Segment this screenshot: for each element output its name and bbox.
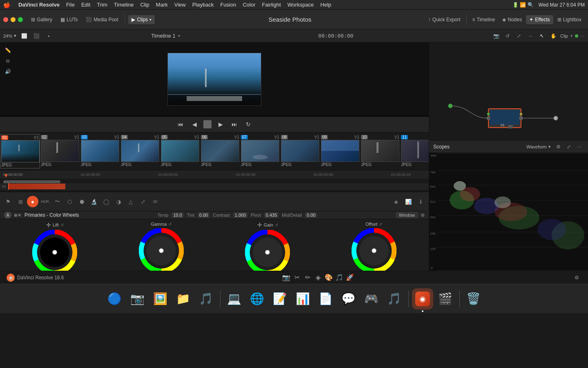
fairlight-workspace-icon[interactable]: 🎵 [335, 273, 344, 282]
media-pool-button[interactable]: ⬛ Media Pool [82, 15, 121, 24]
menu-fairlight[interactable]: Fairlight [262, 2, 281, 8]
dock-finder[interactable]: 🔵 [104, 288, 125, 310]
list-item[interactable]: 07 V1 JPEG [240, 134, 280, 168]
settings-icon[interactable]: ⚙ [572, 273, 581, 282]
minimize-button[interactable] [11, 17, 16, 22]
list-item[interactable]: 11 V1 JPEG [400, 134, 429, 168]
scopes-type-selector[interactable]: Waveform ▾ [526, 144, 550, 149]
brush-icon[interactable]: ✏️ [3, 46, 12, 55]
timeline-name[interactable]: Timeline 1 [151, 33, 175, 39]
dock-gallery[interactable]: 🖼️ [150, 288, 171, 310]
color-tool-tracker[interactable]: ◑ [113, 196, 124, 207]
dock-slack[interactable]: 💬 [338, 288, 359, 310]
menu-mark[interactable]: Mark [156, 2, 168, 8]
scopes-more-icon[interactable]: ··· [575, 142, 584, 151]
lift-reset-icon[interactable]: ↺ [60, 223, 64, 227]
menu-view[interactable]: View [174, 2, 186, 8]
quick-export-button[interactable]: ↑ Quick Export [425, 15, 464, 24]
gamma-wheel[interactable] [139, 228, 184, 271]
nodes-button[interactable]: ◈ Nodes [499, 15, 525, 24]
skip-to-end-button[interactable]: ⏭ [229, 119, 239, 129]
auto-button[interactable]: A [4, 211, 11, 219]
lightbox-button[interactable]: ⊞ Lightbox [554, 15, 585, 24]
lift-wheel[interactable] [32, 230, 77, 271]
dock-quicktime[interactable]: 🎬 [435, 288, 456, 310]
dock-files[interactable]: 📁 [173, 288, 194, 310]
app-name-menu[interactable]: DaVinci Resolve [18, 2, 60, 8]
layer-icon[interactable]: ⊖ [3, 56, 12, 65]
hand-icon[interactable]: ✋ [549, 31, 558, 40]
fullscreen-icon[interactable]: ⤢ [514, 31, 523, 40]
fusion-workspace-icon[interactable]: ◈ [314, 273, 323, 282]
menu-fusion[interactable]: Fusion [220, 2, 236, 8]
pivot-value[interactable]: 0.435 [264, 212, 279, 218]
effects-button[interactable]: ✦ Effects [526, 15, 553, 24]
dock-discord[interactable]: 🎮 [361, 288, 382, 310]
view-mode-3[interactable]: ▪ [44, 31, 53, 40]
stop-button[interactable] [203, 120, 212, 128]
offset-wheel[interactable] [352, 228, 396, 271]
list-item[interactable]: 09 V1 JPEG [320, 134, 360, 168]
menu-clip[interactable]: Clip [140, 2, 149, 8]
sync-button[interactable]: ⊕✕ [14, 213, 21, 218]
dock-davinci[interactable]: ◉ [412, 288, 433, 310]
maximize-button[interactable] [18, 17, 23, 22]
media-workspace-icon[interactable]: 📷 [282, 273, 291, 282]
dock-photos[interactable]: 📷 [127, 288, 148, 310]
menu-playback[interactable]: Playback [192, 2, 214, 8]
luts-button[interactable]: ▦ LUTs [57, 15, 81, 24]
list-item[interactable]: 08 V1 JPEG [280, 134, 320, 168]
list-item[interactable]: 01 V1 JPEG [0, 134, 40, 168]
dock-excel[interactable]: 📊 [292, 288, 314, 310]
panel-expand-icon[interactable]: ⊕ [421, 212, 425, 218]
dock-music[interactable]: 🎵 [196, 288, 217, 310]
color-tool-power[interactable]: ◯ [100, 196, 112, 207]
color-tool-eyedropper[interactable]: 🔬 [88, 196, 100, 207]
extra-options[interactable]: ··· [581, 33, 585, 39]
color-tool-circle[interactable]: ● [27, 196, 38, 207]
color-tool-mask[interactable]: ⤢ [137, 196, 149, 207]
list-item[interactable]: 10 V1 JPEG [360, 134, 400, 168]
temp-value[interactable]: 10.0 [172, 212, 183, 218]
list-item[interactable]: 05 V1 JPEG [160, 134, 200, 168]
timeline-clip-1[interactable] [8, 184, 65, 189]
apple-menu[interactable]: 🍎 [3, 2, 10, 8]
dock-trash[interactable]: 🗑️ [463, 288, 484, 310]
offset-reset-icon[interactable]: ↺ [379, 222, 382, 227]
menu-color[interactable]: Color [243, 2, 255, 8]
dock-spotify[interactable]: 🎵 [384, 288, 405, 310]
menu-file[interactable]: File [66, 2, 75, 8]
step-back-button[interactable]: ◀ [189, 119, 199, 129]
skip-to-start-button[interactable]: ⏮ [176, 119, 185, 129]
cut-workspace-icon[interactable]: ✂ [292, 273, 301, 282]
menu-help[interactable]: Help [321, 2, 332, 8]
view-mode-1[interactable]: ⬜ [20, 31, 29, 40]
zoom-control[interactable]: 24% ▾ [3, 33, 16, 38]
menu-edit[interactable]: Edit [81, 2, 90, 8]
color-tool-highlight[interactable]: ◈ [390, 196, 402, 207]
window-button[interactable]: Window [396, 212, 418, 218]
close-button[interactable] [3, 17, 8, 22]
scopes-settings-icon[interactable]: ⚙ [554, 142, 563, 151]
color-workspace-icon[interactable]: 🎨 [324, 273, 333, 282]
play-button[interactable]: ▶ [216, 119, 225, 129]
more-options-icon[interactable]: ··· [526, 31, 535, 40]
dock-safari[interactable]: 🌐 [247, 288, 268, 310]
mid-detail-value[interactable]: 0.00 [305, 212, 317, 218]
deliver-workspace-icon[interactable]: 🚀 [345, 273, 354, 282]
color-tool-hdr[interactable]: HDR [39, 196, 51, 207]
dock-terminal[interactable]: 💻 [224, 288, 245, 310]
list-item[interactable]: 03 V1 JPEG [80, 134, 120, 168]
color-tool-info[interactable]: ℹ [415, 196, 426, 207]
gain-crosshair-icon[interactable]: ✛ [257, 222, 262, 228]
contrast-value[interactable]: 1.000 [233, 212, 248, 218]
dock-word[interactable]: 📄 [315, 288, 336, 310]
list-item[interactable]: 04 V1 JPEG [120, 134, 160, 168]
gain-wheel[interactable] [245, 230, 290, 271]
dock-notes[interactable]: 📝 [270, 288, 291, 310]
gamma-reset-icon[interactable]: ↺ [168, 222, 172, 227]
edit-workspace-icon[interactable]: ✏ [303, 273, 312, 282]
cursor-icon[interactable]: ↖ [537, 31, 546, 40]
list-item[interactable]: 02 V1 JPEG [40, 134, 80, 168]
timeline-name-dropdown[interactable]: ▾ [178, 34, 180, 38]
